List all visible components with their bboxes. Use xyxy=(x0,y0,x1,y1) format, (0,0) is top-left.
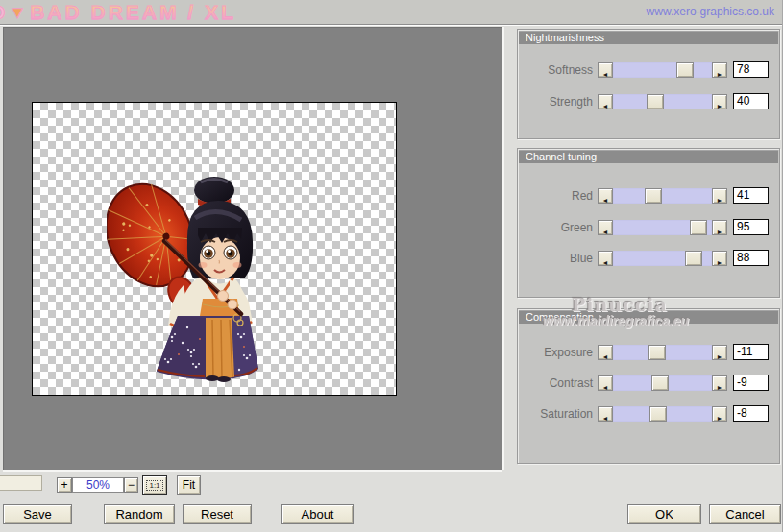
softness-value-input[interactable]: 78 xyxy=(733,61,769,78)
contrast-increment-button[interactable]: ► xyxy=(712,375,727,391)
zoom-level-display: 50% xyxy=(72,477,124,493)
saturation-value-input[interactable]: -8 xyxy=(733,405,769,422)
saturation-slider-thumb[interactable] xyxy=(649,406,667,422)
strength-label: Strength xyxy=(518,94,593,109)
group-compensation: Compensation Exposure ◄ ► -11 Contrast ◄… xyxy=(517,308,780,464)
arrow-right-icon: ► xyxy=(717,229,723,235)
transparent-canvas xyxy=(32,102,397,396)
cancel-button[interactable]: Cancel xyxy=(709,504,781,524)
exposure-slider-thumb[interactable] xyxy=(648,345,666,360)
fit-button[interactable]: Fit xyxy=(177,475,201,495)
strength-value-input[interactable]: 40 xyxy=(733,93,769,109)
group-channel-tuning: Channel tuning Red ◄ ► 41 Green ◄ ► 95 B… xyxy=(517,148,780,298)
arrow-left-icon: ◄ xyxy=(602,103,609,109)
arrow-left-icon: ◄ xyxy=(602,71,609,78)
contrast-slider-track[interactable] xyxy=(613,375,712,391)
softness-label: Softness xyxy=(518,62,593,78)
group-compensation-header: Compensation xyxy=(519,310,778,324)
softness-slider-track[interactable] xyxy=(613,62,712,78)
exposure-slider-row: Exposure ◄ ► -11 xyxy=(518,345,779,361)
arrow-left-icon: ◄ xyxy=(602,197,609,204)
blue-value-input[interactable]: 88 xyxy=(733,250,769,266)
group-nightmarishness-header: Nightmarishness xyxy=(519,31,778,44)
red-increment-button[interactable]: ► xyxy=(712,188,727,204)
contrast-slider-thumb[interactable] xyxy=(651,375,669,391)
softness-increment-button[interactable]: ► xyxy=(712,62,727,78)
arrow-right-icon: ► xyxy=(717,415,723,422)
zoom-in-button[interactable]: + xyxy=(57,477,72,493)
red-label: Red xyxy=(518,188,593,204)
reset-button[interactable]: Reset xyxy=(183,504,252,524)
group-channel-tuning-header: Channel tuning xyxy=(519,150,778,163)
exposure-value-input[interactable]: -11 xyxy=(733,344,769,360)
group-nightmarishness: Nightmarishness Softness ◄ ► 78 Strength… xyxy=(517,29,780,139)
green-increment-button[interactable]: ► xyxy=(712,220,727,235)
blue-slider-row: Blue ◄ ► 88 xyxy=(518,251,779,267)
one-to-one-icon: 1:1 xyxy=(146,480,162,491)
blue-label: Blue xyxy=(518,251,593,266)
softness-slider-thumb[interactable] xyxy=(676,62,694,78)
red-decrement-button[interactable]: ◄ xyxy=(598,188,613,204)
saturation-increment-button[interactable]: ► xyxy=(712,406,727,422)
arrow-right-icon: ► xyxy=(717,384,723,391)
green-slider-thumb[interactable] xyxy=(690,220,707,235)
contrast-label: Contrast xyxy=(518,375,593,391)
triangle-down-icon: ▼ xyxy=(9,3,26,23)
softness-slider-row: Softness ◄ ► 78 xyxy=(518,62,779,79)
contrast-decrement-button[interactable]: ◄ xyxy=(598,375,613,391)
zoom-out-button[interactable]: − xyxy=(124,477,138,493)
arrow-right-icon: ► xyxy=(717,259,723,266)
blue-slider-track[interactable] xyxy=(613,251,712,266)
green-label: Green xyxy=(518,220,593,235)
arrow-right-icon: ► xyxy=(717,103,723,109)
strength-decrement-button[interactable]: ◄ xyxy=(598,94,613,109)
logo-cut-glyph: O xyxy=(0,1,7,24)
plugin-logo: O ▼ BAD DREAM / XL xyxy=(0,1,236,24)
contrast-value-input[interactable]: -9 xyxy=(733,375,769,391)
saturation-slider-row: Saturation ◄ ► -8 xyxy=(518,406,779,423)
arrow-right-icon: ► xyxy=(717,353,723,360)
contrast-slider-row: Contrast ◄ ► -9 xyxy=(518,375,779,392)
arrow-right-icon: ► xyxy=(717,197,723,204)
exposure-slider-track[interactable] xyxy=(613,345,712,360)
green-slider-track[interactable] xyxy=(613,220,712,235)
exposure-label: Exposure xyxy=(518,345,593,360)
blue-increment-button[interactable]: ► xyxy=(712,251,727,266)
arrow-left-icon: ◄ xyxy=(602,259,609,266)
strength-slider-track[interactable] xyxy=(613,94,712,109)
red-slider-row: Red ◄ ► 41 xyxy=(518,188,779,205)
saturation-label: Saturation xyxy=(518,406,593,422)
doll-preview-image xyxy=(107,174,260,385)
plugin-window: O ▼ BAD DREAM / XL www.xero-graphics.co.… xyxy=(0,0,783,532)
arrow-right-icon: ► xyxy=(717,71,723,78)
strength-slider-thumb[interactable] xyxy=(647,94,664,109)
status-strip xyxy=(0,475,42,491)
preview-pane xyxy=(3,27,502,470)
website-link[interactable]: www.xero-graphics.co.uk xyxy=(647,5,774,18)
green-value-input[interactable]: 95 xyxy=(733,219,769,235)
random-button[interactable]: Random xyxy=(104,504,175,524)
red-slider-thumb[interactable] xyxy=(645,188,662,204)
arrow-left-icon: ◄ xyxy=(602,384,609,391)
exposure-decrement-button[interactable]: ◄ xyxy=(598,345,613,360)
strength-increment-button[interactable]: ► xyxy=(712,94,727,109)
arrow-left-icon: ◄ xyxy=(602,415,609,422)
actual-size-button[interactable]: 1:1 xyxy=(142,475,167,495)
red-value-input[interactable]: 41 xyxy=(733,187,769,204)
arrow-left-icon: ◄ xyxy=(602,353,609,360)
strength-slider-row: Strength ◄ ► 40 xyxy=(518,94,779,110)
saturation-decrement-button[interactable]: ◄ xyxy=(598,406,613,422)
exposure-increment-button[interactable]: ► xyxy=(712,345,727,360)
softness-decrement-button[interactable]: ◄ xyxy=(598,62,613,78)
blue-decrement-button[interactable]: ◄ xyxy=(598,251,613,266)
ok-button[interactable]: OK xyxy=(627,504,701,524)
saturation-slider-track[interactable] xyxy=(613,406,712,422)
red-slider-track[interactable] xyxy=(613,188,712,204)
blue-slider-thumb[interactable] xyxy=(685,251,702,266)
green-decrement-button[interactable]: ◄ xyxy=(598,220,613,235)
title-bar: O ▼ BAD DREAM / XL www.xero-graphics.co.… xyxy=(0,0,783,26)
arrow-left-icon: ◄ xyxy=(602,229,609,235)
about-button[interactable]: About xyxy=(281,504,354,524)
plugin-title: BAD DREAM / XL xyxy=(30,1,236,24)
save-button[interactable]: Save xyxy=(3,504,72,524)
